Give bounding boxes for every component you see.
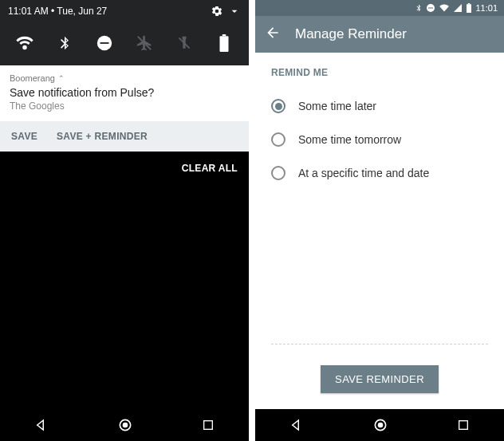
phone-right-manage-reminder: 11:01 Manage Reminder REMIND ME Some tim… <box>255 0 504 441</box>
nav-back-icon[interactable] <box>34 418 49 432</box>
section-label: REMIND ME <box>271 67 488 78</box>
system-navbar <box>255 409 504 441</box>
nav-home-icon[interactable] <box>117 417 133 433</box>
svg-point-7 <box>123 423 128 428</box>
radio-option-tomorrow[interactable]: Some time tomorrow <box>271 123 488 156</box>
status-wifi-icon <box>439 3 450 13</box>
battery-icon[interactable] <box>213 32 235 54</box>
nav-recents-icon[interactable] <box>202 419 215 431</box>
radio-option-later[interactable]: Some time later <box>271 89 488 123</box>
status-signal-icon <box>453 3 463 13</box>
phone-left-notification-shade: 11:01 AM • Tue, Jun 27 <box>0 0 249 441</box>
action-save-button[interactable]: SAVE <box>11 131 37 142</box>
back-arrow-icon[interactable] <box>265 25 281 44</box>
notification-actions: SAVE SAVE + REMINDER <box>0 121 249 152</box>
svg-rect-5 <box>222 34 226 36</box>
status-time: 11:01 <box>475 3 498 13</box>
toolbar-title: Manage Reminder <box>295 26 407 42</box>
svg-rect-4 <box>220 36 229 52</box>
clear-all-button[interactable]: CLEAR ALL <box>0 152 249 185</box>
notification-title: Save notification from Pulse? <box>10 86 239 99</box>
shade-background <box>0 185 249 409</box>
status-dnd-icon <box>426 3 435 13</box>
status-battery-icon <box>466 3 472 13</box>
nav-back-icon[interactable] <box>289 418 304 432</box>
radio-label: Some time tomorrow <box>298 133 401 146</box>
action-save-reminder-button[interactable]: SAVE + REMINDER <box>57 131 148 142</box>
svg-rect-8 <box>204 421 213 430</box>
nav-recents-icon[interactable] <box>457 419 470 431</box>
wifi-icon[interactable] <box>14 32 36 54</box>
radio-option-specific[interactable]: At a specific time and date <box>271 156 488 190</box>
svg-rect-12 <box>468 3 470 4</box>
content-area: REMIND ME Some time later Some time tomo… <box>255 53 504 351</box>
quick-settings-row <box>0 24 249 65</box>
save-row: SAVE REMINDER <box>255 351 504 409</box>
svg-rect-10 <box>428 8 433 9</box>
system-navbar <box>0 409 249 441</box>
radio-icon <box>271 132 285 147</box>
notification-app-name: Boomerang <box>10 73 55 83</box>
radio-label: Some time later <box>298 100 376 112</box>
status-bar: 11:01 <box>255 0 504 16</box>
svg-rect-15 <box>459 421 468 430</box>
radio-icon <box>271 99 285 113</box>
bluetooth-icon[interactable] <box>53 32 76 54</box>
nav-home-icon[interactable] <box>372 417 388 433</box>
airplane-off-icon[interactable] <box>133 32 156 54</box>
do-not-disturb-icon[interactable] <box>93 32 116 54</box>
svg-rect-1 <box>100 42 109 44</box>
status-bluetooth-icon <box>415 3 423 13</box>
status-time-date: 11:01 AM • Tue, Jun 27 <box>8 6 107 17</box>
shade-header: 11:01 AM • Tue, Jun 27 <box>0 0 249 24</box>
svg-rect-11 <box>467 4 471 13</box>
notification-collapse-caret-icon[interactable]: ⌃ <box>58 74 65 82</box>
notification-card[interactable]: Boomerang ⌃ Save notification from Pulse… <box>0 65 249 121</box>
save-reminder-button[interactable]: SAVE REMINDER <box>321 365 439 393</box>
expand-chevron-down-icon[interactable] <box>228 5 241 18</box>
radio-icon <box>271 166 285 180</box>
svg-point-14 <box>378 423 384 428</box>
toolbar: Manage Reminder <box>255 16 504 53</box>
divider <box>271 344 488 345</box>
notification-subtitle: The Googles <box>10 100 239 112</box>
notification-app-row[interactable]: Boomerang ⌃ <box>10 73 239 83</box>
settings-gear-icon[interactable] <box>211 5 223 18</box>
radio-label: At a specific time and date <box>298 167 429 179</box>
flashlight-off-icon[interactable] <box>173 32 195 54</box>
